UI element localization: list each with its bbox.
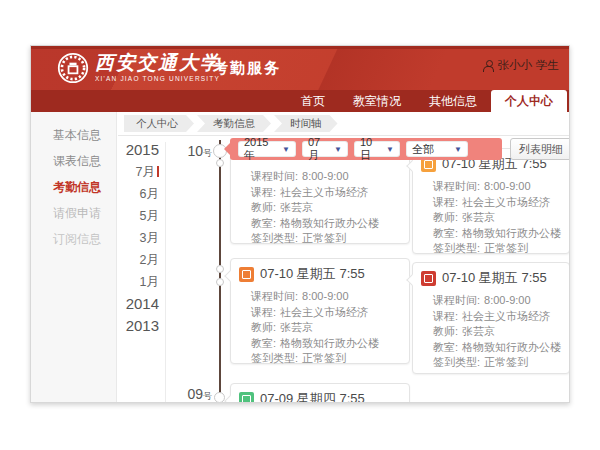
month-select[interactable]: 07月▼ — [302, 141, 348, 157]
timeline-month-6[interactable]: 6月 — [118, 183, 159, 205]
nav-item-home[interactable]: 首页 — [287, 90, 339, 112]
breadcrumb: 个人中心 考勤信息 时间轴 — [118, 112, 569, 136]
checkin-orange-icon — [239, 267, 254, 282]
attendance-card[interactable]: 07-10 星期五 7:55 课程时间:8:00-9:00 课程:社会主义市场经… — [230, 258, 410, 364]
timeline-node-small-3[interactable] — [216, 278, 224, 286]
card-title: 07-09 星期四 7:55 — [260, 390, 365, 402]
app-header: 西安交通大学 XI'AN JIAO TONG UNIVERSITY 考勤服务 张… — [31, 46, 569, 90]
year-select[interactable]: 2015年▼ — [238, 141, 296, 157]
sidebar-item-basic-info[interactable]: 基本信息 — [31, 122, 116, 148]
page-title: 考勤服务 — [213, 59, 281, 78]
card-title-row: 07-09 星期四 7:55 — [231, 384, 409, 402]
university-name-block: 西安交通大学 XI'AN JIAO TONG UNIVERSITY — [95, 52, 221, 83]
header-top-strip — [31, 46, 569, 49]
timeline-date-nav: 2015 7月 6月 5月 3月 2月 1月 2014 2013 — [118, 139, 162, 337]
main-nav: 首页 教室情况 其他信息 个人中心 — [31, 90, 569, 112]
university-name-cn: 西安交通大学 — [95, 52, 221, 74]
page: 西安交通大学 XI'AN JIAO TONG UNIVERSITY 考勤服务 张… — [0, 0, 600, 450]
attendance-card[interactable]: 07-10 星期五 7:55 课程时间:8:00-9:00 课程:社会主义市场经… — [412, 262, 569, 374]
sidebar-item-subscription-info[interactable]: 订阅信息 — [31, 226, 116, 252]
sidebar-item-leave-request[interactable]: 请假申请 — [31, 200, 116, 226]
card-title: 07-10 星期五 7:55 — [442, 269, 547, 287]
timeline-node-small-2[interactable] — [216, 265, 224, 273]
day-marker-09: 09号 — [168, 386, 212, 402]
scope-select[interactable]: 全部▼ — [406, 141, 468, 157]
date-filter-bar: 2015年▼ 07月▼ 10日▼ 全部▼ — [230, 138, 502, 160]
user-info[interactable]: 张小小 学生 — [483, 58, 560, 73]
nav-item-other-info[interactable]: 其他信息 — [415, 90, 491, 112]
checkin-green-icon — [239, 392, 254, 403]
timeline-year-2015[interactable]: 2015 — [118, 139, 159, 161]
nav-item-personal-center[interactable]: 个人中心 — [491, 90, 567, 112]
app-window: 西安交通大学 XI'AN JIAO TONG UNIVERSITY 考勤服务 张… — [30, 45, 570, 403]
user-icon — [483, 60, 494, 71]
timeline-month-3[interactable]: 3月 — [118, 227, 159, 249]
card-body: 课程时间:8:00-9:00 课程:社会主义市场经济 教师:张芸京 教室:格物致… — [231, 285, 409, 367]
day-select[interactable]: 10日▼ — [354, 141, 400, 157]
chevron-down-icon: ▼ — [334, 145, 342, 154]
list-detail-button[interactable]: 列表明细 — [510, 138, 569, 160]
card-title-row: 07-10 星期五 7:55 — [413, 263, 569, 289]
sidebar-item-schedule-info[interactable]: 课表信息 — [31, 148, 116, 174]
card-body: 课程时间:8:00-9:00 课程:社会主义市场经济 教师:张芸京 教室:格物致… — [413, 175, 569, 257]
nav-item-classrooms[interactable]: 教室情况 — [339, 90, 415, 112]
day-marker-10: 10号 — [168, 143, 212, 160]
timeline-month-2[interactable]: 2月 — [118, 249, 159, 271]
user-role: 学生 — [536, 58, 559, 73]
content-area: 个人中心 考勤信息 时间轴 2015 7月 6月 5月 3月 2月 1月 201… — [118, 112, 569, 402]
current-month-tick — [157, 166, 159, 177]
university-logo-icon — [57, 52, 89, 84]
attendance-card[interactable]: 07-09 星期四 7:55 — [230, 383, 410, 402]
user-name: 张小小 — [498, 58, 533, 73]
breadcrumb-attendance-info[interactable]: 考勤信息 — [197, 115, 271, 132]
sidebar-item-attendance-info[interactable]: 考勤信息 — [31, 174, 116, 200]
chevron-down-icon: ▼ — [282, 145, 290, 154]
timeline-month-1[interactable]: 1月 — [118, 271, 159, 293]
card-title: 07-10 星期五 7:55 — [260, 265, 365, 283]
timeline-year-2013[interactable]: 2013 — [118, 315, 159, 337]
sidebar: 基本信息 课表信息 考勤信息 请假申请 订阅信息 — [31, 112, 117, 402]
chevron-down-icon: ▼ — [386, 145, 394, 154]
date-nav-divider — [165, 142, 166, 402]
timeline-year-2014[interactable]: 2014 — [118, 293, 159, 315]
timeline-month-7-current[interactable]: 7月 — [118, 161, 159, 183]
breadcrumb-personal-center[interactable]: 个人中心 — [124, 115, 194, 132]
attendance-card[interactable]: 07-10 星期五 7:55 课程时间:8:00-9:00 课程:社会主义市场经… — [412, 148, 569, 254]
timeline-node-small-1[interactable] — [216, 159, 224, 167]
timeline-month-5[interactable]: 5月 — [118, 205, 159, 227]
checkin-red-icon — [421, 271, 436, 286]
breadcrumb-timeline[interactable]: 时间轴 — [274, 115, 338, 132]
card-body: 课程时间:8:00-9:00 课程:社会主义市场经济 教师:张芸京 教室:格物致… — [413, 289, 569, 371]
university-name-en: XI'AN JIAO TONG UNIVERSITY — [95, 74, 221, 83]
chevron-down-icon: ▼ — [454, 145, 462, 154]
timeline-view: 2015 7月 6月 5月 3月 2月 1月 2014 2013 10号 — [118, 136, 569, 402]
card-title-row: 07-10 星期五 7:55 — [231, 259, 409, 285]
